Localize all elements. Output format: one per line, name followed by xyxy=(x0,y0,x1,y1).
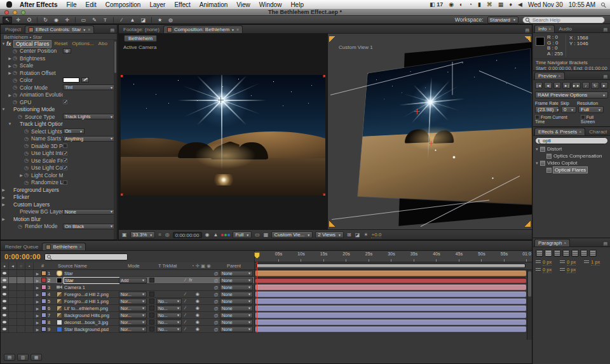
layer-twirl-icon[interactable]: ▶ xyxy=(34,313,41,318)
column-number[interactable]: # xyxy=(41,263,58,269)
selection-tool[interactable]: ↖ xyxy=(3,17,12,24)
tab-footage[interactable]: Footage: (none) xyxy=(120,26,163,33)
blend-mode-dropdown[interactable]: Add▼ xyxy=(119,278,147,283)
tab-render-queue[interactable]: Render Queue xyxy=(2,243,41,250)
timeline-search-input[interactable] xyxy=(53,253,125,260)
expand-transfer-controls-button[interactable]: ▥ xyxy=(17,354,29,361)
layer-twirl-icon[interactable]: ▶ xyxy=(34,320,41,325)
effect-property-row[interactable]: ◷ Color Mode ⊕ Tint▼ xyxy=(1,84,117,91)
quality-switch[interactable]: ∕ xyxy=(185,278,186,283)
help-search-box[interactable] xyxy=(522,17,605,24)
transport-button[interactable]: ↻ xyxy=(591,82,599,89)
blend-mode-dropdown[interactable]: Nor...▼ xyxy=(119,320,147,325)
twirl-icon[interactable]: ▼ xyxy=(535,161,540,165)
parent-pickwhip-icon[interactable]: @ xyxy=(212,320,220,325)
layer-twirl-icon[interactable]: ▶ xyxy=(34,292,41,297)
layer-track[interactable] xyxy=(255,291,526,297)
expand-layer-switches-button[interactable]: ▤ xyxy=(4,354,15,361)
tab-dropdown-icon[interactable]: ▼ xyxy=(231,28,234,32)
zoom-tool[interactable] xyxy=(24,17,34,24)
layer-name[interactable]: Foregro...d Hill 2.png xyxy=(64,292,119,297)
effect-property-row[interactable]: ▶ ◷ Custom Layers ⊕ ▼ xyxy=(1,201,117,208)
frame-rate-dropdown[interactable]: (23.98)▼ xyxy=(535,106,559,113)
justify-last-left-button[interactable] xyxy=(562,250,570,257)
layer-row[interactable]: ▶ 7 Background Hills.png Nor...▼ No...▼ … xyxy=(1,312,532,319)
stopwatch-icon[interactable]: ◷ xyxy=(13,92,20,98)
layer-track[interactable] xyxy=(255,326,526,332)
layer-duration-bar[interactable] xyxy=(255,327,526,332)
video-switch[interactable] xyxy=(1,319,9,325)
help-search-input[interactable] xyxy=(531,17,602,24)
panel-menu-icon[interactable]: ▤ xyxy=(110,28,116,33)
effect-property-row[interactable]: ▶ ◷ Flicker ⊕ ▼ xyxy=(1,194,117,201)
solo-switch[interactable] xyxy=(17,298,25,304)
align-center-button[interactable] xyxy=(545,250,552,257)
label-color-chip[interactable] xyxy=(41,292,46,297)
tab-project[interactable]: Project xyxy=(2,26,24,33)
twirl-icon[interactable]: ▶ xyxy=(7,64,13,68)
align-right-button[interactable] xyxy=(553,250,561,257)
indent-field[interactable]: 1 px xyxy=(584,259,602,266)
layer-track[interactable] xyxy=(255,312,526,318)
effect-property-row[interactable]: ◷ Disable 3D Pers ⊕ Disable 3D Perspec▼ xyxy=(1,142,117,150)
layer-duration-bar[interactable] xyxy=(255,313,526,318)
solo-switch[interactable] xyxy=(17,326,25,332)
preview-resolution-dropdown[interactable]: Full▼ xyxy=(578,106,604,113)
layer-track[interactable] xyxy=(255,277,526,283)
layer-name[interactable]: Star xyxy=(64,278,119,283)
layer-name[interactable]: Foregro...d Hill 1.png xyxy=(64,299,119,304)
audio-switch[interactable] xyxy=(9,312,17,318)
time-ruler[interactable]: 05s10s15s20s25s30s35s40s45s50s55s01:0 xyxy=(255,251,532,262)
status-count-icon[interactable]: ◧ 17 xyxy=(430,1,443,8)
lock-switch[interactable] xyxy=(25,305,34,311)
audio-switch[interactable] xyxy=(9,270,17,276)
panel-menu-icon[interactable]: ▤ xyxy=(603,74,609,79)
parent-dropdown[interactable]: None▼ xyxy=(220,285,253,290)
layer-row[interactable]: ▶ 4 Foregro...d Hill 2.png Nor...▼ ▼ ∕fx… xyxy=(1,291,532,298)
layer-track[interactable] xyxy=(255,305,526,311)
color-swatch[interactable] xyxy=(63,78,79,83)
motion-blur-switch[interactable]: ◉ xyxy=(196,313,200,318)
tab-audio[interactable]: Audio xyxy=(555,25,574,32)
video-switch[interactable] xyxy=(1,312,9,318)
expand-in-out-button[interactable]: ▦ xyxy=(30,354,42,361)
status-icon-2[interactable]: ◐ xyxy=(459,1,463,8)
spotlight-icon[interactable] xyxy=(601,3,605,6)
parent-pickwhip-icon[interactable]: @ xyxy=(212,306,220,311)
layer-track[interactable] xyxy=(255,284,526,290)
checkbox[interactable] xyxy=(63,158,67,163)
comp-timecode[interactable]: 0:00:00:00 xyxy=(173,232,202,238)
composition-view-right[interactable]: Custom View 1 xyxy=(328,34,532,229)
pan-behind-tool[interactable]: ✛ xyxy=(62,17,72,24)
transport-button[interactable]: ► xyxy=(600,82,608,89)
track-matte-dropdown[interactable]: No...▼ xyxy=(156,299,182,304)
twirl-icon[interactable]: ▶ xyxy=(1,202,6,206)
quality-switch[interactable]: ∕ xyxy=(185,306,186,311)
quality-switch[interactable]: ∕ xyxy=(185,320,186,325)
parent-pickwhip-icon[interactable]: @ xyxy=(212,271,220,276)
layer-twirl-icon[interactable]: ▶ xyxy=(34,285,41,290)
indent-field[interactable]: 0 px xyxy=(536,267,553,273)
column-parent[interactable]: Parent xyxy=(227,263,241,269)
layer-duration-bar[interactable] xyxy=(255,271,526,276)
menu-view[interactable]: View xyxy=(236,1,250,8)
effect-property-row[interactable]: ◷ Randomize Ligh ⊕ Randomize Lights▼ xyxy=(1,179,117,187)
solo-switch[interactable] xyxy=(17,277,25,283)
stopwatch-icon[interactable]: ◷ xyxy=(18,224,25,229)
parent-pickwhip-icon[interactable]: @ xyxy=(212,292,220,297)
layer-name[interactable]: Camera 1 xyxy=(64,285,119,290)
effect-property-row[interactable]: ▶ ◷ Light Color Mix ⊕ 100.0%▼ xyxy=(1,172,117,179)
parent-dropdown[interactable]: None▼ xyxy=(220,299,253,304)
align-left-button[interactable] xyxy=(536,250,543,257)
effect-property-row[interactable]: ◷ Color ⊕ ▼ xyxy=(1,77,117,84)
motion-blur-switch[interactable]: ◉ xyxy=(196,299,200,304)
current-time-display[interactable]: 0:00:00:00 xyxy=(1,253,44,260)
stopwatch-icon[interactable]: ◷ xyxy=(13,70,20,76)
property-dropdown[interactable]: None▼ xyxy=(63,209,115,215)
layer-name[interactable]: Background Hills.png xyxy=(64,313,119,318)
stopwatch-icon[interactable]: ◷ xyxy=(13,48,20,54)
transport-button[interactable]: ►| xyxy=(562,82,570,89)
line-tool[interactable]: ∕ xyxy=(117,17,126,24)
menu-help[interactable]: Help xyxy=(290,1,304,8)
solo-switch[interactable] xyxy=(17,270,25,276)
